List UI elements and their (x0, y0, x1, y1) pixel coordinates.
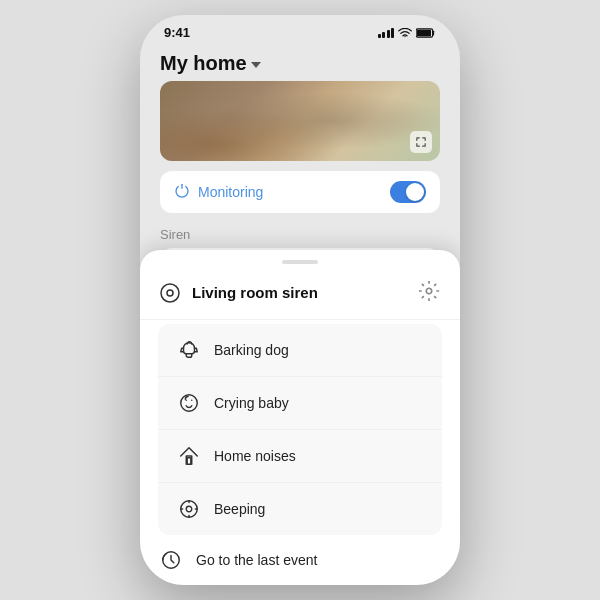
wifi-icon (398, 28, 412, 38)
monitoring-toggle[interactable] (390, 181, 426, 203)
battery-icon (416, 28, 436, 38)
sheet-siren-icon (158, 281, 182, 305)
list-item[interactable]: Crying baby (158, 377, 442, 430)
baby-icon (176, 390, 202, 416)
hero-image (160, 81, 440, 161)
svg-rect-1 (417, 29, 431, 36)
home-noises-label: Home noises (214, 448, 296, 464)
history-icon (158, 547, 184, 573)
beeping-label: Beeping (214, 501, 265, 517)
sheet-title: Living room siren (192, 284, 318, 301)
chevron-down-icon (251, 62, 261, 68)
monitoring-left: Monitoring (174, 183, 263, 202)
last-event-label: Go to the last event (196, 552, 317, 568)
sheet-header: Living room siren (140, 264, 460, 320)
phone-frame: 9:41 My home (140, 15, 460, 585)
crying-baby-label: Crying baby (214, 395, 289, 411)
svg-point-4 (161, 284, 179, 302)
app-header: My home (140, 44, 460, 81)
power-icon (174, 183, 190, 202)
svg-point-10 (186, 506, 192, 512)
svg-rect-8 (187, 458, 191, 464)
expand-icon[interactable] (410, 131, 432, 153)
list-item[interactable]: Barking dog (158, 324, 442, 377)
menu-items-group: Barking dog Crying baby (158, 324, 442, 535)
gear-icon (418, 280, 440, 302)
signal-bars-icon (378, 28, 395, 38)
home-title: My home (160, 52, 247, 75)
beeping-icon (176, 496, 202, 522)
sheet-header-left: Living room siren (158, 281, 318, 305)
siren-section-label: Siren (160, 227, 440, 242)
status-bar: 9:41 (140, 15, 460, 44)
app-background: My home Monitoring (140, 44, 460, 585)
list-item[interactable]: Home noises (158, 430, 442, 483)
last-event-row[interactable]: Go to the last event (140, 535, 460, 585)
monitoring-label: Monitoring (198, 184, 263, 200)
status-icons (378, 28, 437, 38)
settings-button[interactable] (416, 278, 442, 307)
monitoring-row: Monitoring (160, 171, 440, 213)
svg-point-7 (181, 395, 198, 412)
bottom-sheet: Living room siren (140, 250, 460, 585)
svg-point-6 (426, 288, 432, 294)
app-title[interactable]: My home (160, 52, 440, 75)
status-time: 9:41 (164, 25, 190, 40)
home-noises-icon (176, 443, 202, 469)
barking-dog-label: Barking dog (214, 342, 289, 358)
list-item[interactable]: Beeping (158, 483, 442, 535)
svg-point-5 (167, 290, 173, 296)
dog-icon (176, 337, 202, 363)
